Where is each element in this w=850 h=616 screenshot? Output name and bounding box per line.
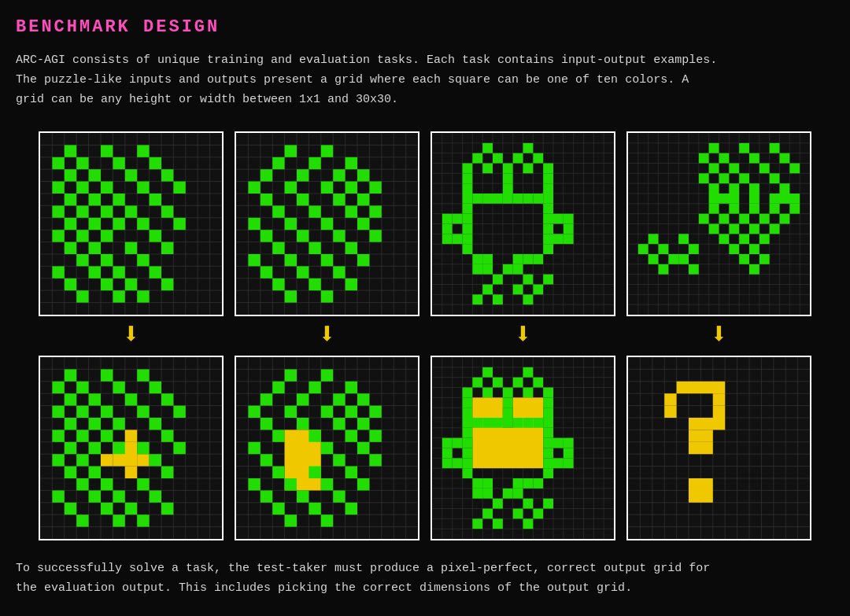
svg-rect-120 [285,182,297,194]
svg-rect-29 [65,146,76,157]
svg-rect-233 [564,234,574,245]
svg-rect-55 [89,218,101,230]
svg-rect-39 [161,169,173,181]
svg-rect-494 [272,503,284,515]
svg-rect-128 [272,206,284,218]
svg-rect-192 [472,153,482,164]
svg-rect-307 [780,183,790,194]
svg-rect-600 [523,519,534,529]
svg-rect-387 [173,406,185,418]
svg-rect-479 [321,442,333,454]
svg-rect-64 [89,242,101,254]
svg-rect-383 [52,406,64,418]
svg-rect-632 [713,393,725,405]
svg-rect-30 [101,146,113,157]
svg-rect-216 [463,204,473,214]
svg-rect-458 [309,382,320,393]
svg-rect-565 [442,438,453,448]
svg-rect-561 [543,418,553,428]
svg-rect-570 [564,438,574,448]
svg-rect-338 [739,254,749,264]
svg-rect-468 [369,406,381,418]
svg-rect-115 [261,169,272,181]
svg-rect-67 [76,254,88,266]
svg-rect-585 [513,478,523,489]
svg-rect-579 [553,459,564,469]
svg-rect-239 [523,254,534,264]
svg-rect-336 [668,254,678,264]
svg-rect-478 [248,442,260,454]
footer-line1: To successfully solve a task, the test-t… [16,562,710,575]
svg-rect-403 [113,442,124,454]
svg-rect-485 [309,467,320,478]
svg-rect-397 [52,430,64,442]
svg-rect-45 [65,194,76,205]
svg-rect-421 [125,503,137,515]
svg-rect-190 [482,143,493,153]
svg-rect-459 [346,382,357,393]
arrow-4-cell: ⬇ [626,321,811,351]
svg-rect-554 [472,418,482,428]
svg-rect-388 [65,418,76,430]
svg-rect-536 [472,378,482,388]
svg-rect-599 [493,519,503,529]
svg-rect-412 [76,478,88,490]
svg-rect-62 [150,230,161,242]
grids-section: ⬇ ⬇ ⬇ ⬇ [16,131,834,540]
svg-rect-576 [453,459,463,469]
svg-rect-194 [513,153,523,164]
svg-rect-223 [564,214,574,224]
svg-rect-133 [285,218,297,230]
svg-rect-566 [453,438,463,448]
svg-rect-562 [463,428,473,438]
svg-rect-315 [789,204,800,214]
svg-rect-142 [346,242,357,254]
svg-rect-398 [76,430,88,442]
svg-rect-411 [161,467,173,478]
svg-rect-125 [297,194,309,205]
svg-rect-462 [333,393,345,405]
svg-rect-219 [453,214,463,224]
svg-rect-464 [248,406,260,418]
arrow-2-cell: ⬇ [235,321,419,351]
svg-rect-200 [543,164,553,174]
svg-rect-302 [739,174,749,184]
svg-rect-323 [749,224,759,234]
svg-rect-203 [543,174,553,184]
svg-rect-414 [137,478,149,490]
svg-rect-328 [739,234,749,245]
svg-rect-57 [137,218,149,230]
svg-rect-306 [749,183,759,194]
grid-2-input [235,131,419,316]
svg-rect-153 [285,290,297,302]
svg-rect-482 [333,454,345,466]
svg-rect-425 [137,515,149,526]
svg-rect-591 [513,489,523,499]
svg-rect-567 [463,438,473,448]
svg-rect-375 [52,382,64,393]
svg-rect-231 [543,234,553,245]
footer-line2: the evaluation output. This includes pic… [16,581,632,595]
svg-rect-334 [749,244,759,254]
svg-rect-308 [709,194,740,204]
svg-rect-40 [52,182,64,194]
svg-rect-382 [161,393,173,405]
svg-rect-221 [543,214,553,224]
svg-rect-207 [463,194,473,204]
svg-rect-206 [543,183,553,194]
svg-rect-569 [553,438,564,448]
svg-rect-119 [248,182,260,194]
svg-rect-463 [357,393,369,405]
svg-rect-324 [770,224,780,234]
svg-rect-37 [89,169,101,181]
svg-rect-385 [101,406,113,418]
svg-rect-477 [369,430,381,442]
svg-rect-31 [137,146,149,157]
svg-rect-58 [173,218,185,230]
svg-rect-590 [503,489,513,499]
svg-rect-495 [309,503,320,515]
svg-rect-320 [780,214,790,224]
svg-rect-252 [493,295,503,305]
svg-rect-424 [113,515,124,526]
svg-rect-419 [65,503,76,515]
